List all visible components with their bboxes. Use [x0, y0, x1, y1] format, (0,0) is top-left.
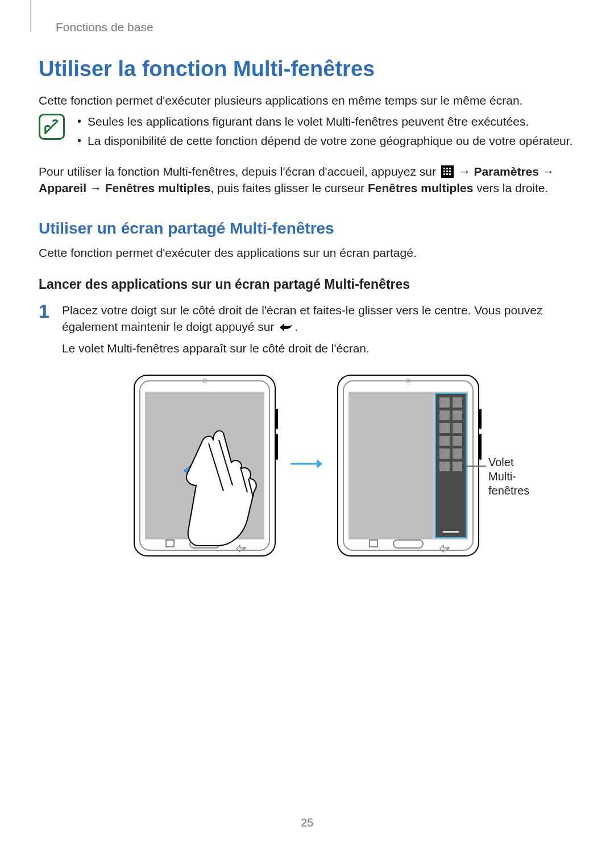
page-title: Utiliser la fonction Multi-fenêtres: [39, 55, 574, 84]
multiwindow-tray: [435, 393, 467, 538]
bold-text: Paramètres: [474, 165, 539, 178]
note-block: Seules les applications figurant dans le…: [39, 114, 574, 153]
arrow-right-icon: [289, 457, 323, 475]
section-header: Fonctions de base: [56, 19, 154, 35]
note-icon-wrap: [39, 114, 65, 140]
note-item: Seules les applications figurant dans le…: [75, 114, 572, 130]
note-icon: [39, 114, 65, 140]
step-text: Placez votre doigt sur le côté droit de …: [62, 302, 574, 335]
text: vers la droite.: [473, 181, 548, 194]
instruction-paragraph: Pour utiliser la fonction Multi-fenêtres…: [39, 164, 574, 196]
device-right: Volet Multi-fenêtres: [337, 375, 479, 556]
note-item: La disponibilité de cette fonction dépen…: [75, 133, 572, 149]
bold-text: Fenêtres multiples: [105, 181, 211, 194]
text: Pour utiliser la fonction Multi-fenêtres…: [39, 165, 439, 178]
arrow-text: →: [90, 181, 105, 194]
note-list: Seules les applications figurant dans le…: [75, 114, 572, 153]
figure: Volet Multi-fenêtres: [39, 375, 574, 556]
page-content: Utiliser la fonction Multi-fenêtres Cett…: [39, 55, 574, 556]
step-number: 1: [39, 301, 49, 321]
arrow-text: →: [542, 165, 554, 178]
bold-text: Appareil: [39, 181, 86, 194]
arrow-text: →: [459, 165, 474, 178]
subheading: Utiliser un écran partagé Multi-fenêtres: [39, 218, 574, 239]
text: Multi-fenêtres: [488, 470, 529, 497]
text: Volet: [488, 456, 513, 468]
text: .: [294, 320, 298, 333]
callout-label: Volet Multi-fenêtres: [488, 455, 529, 498]
step-text: Le volet Multi-fenêtres apparaît sur le …: [62, 340, 574, 356]
hand-gesture-icon: [179, 423, 264, 548]
intro-paragraph: Cette fonction permet d'exécuter plusieu…: [39, 93, 574, 109]
left-rule: [30, 0, 31, 32]
page-number: 25: [0, 815, 614, 830]
callout-line: [467, 466, 486, 467]
step-body: Placez votre doigt sur le côté droit de …: [62, 302, 574, 362]
device-left: [134, 375, 276, 556]
subheading-desc: Cette fonction permet d'exécuter des app…: [39, 245, 574, 261]
bold-text: Fenêtres multiples: [368, 181, 474, 194]
back-icon: [279, 321, 293, 331]
apps-grid-icon: [441, 165, 454, 178]
step-1: 1 Placez votre doigt sur le côté droit d…: [39, 302, 574, 362]
text: Placez votre doigt sur le côté droit de …: [62, 304, 543, 333]
subheading-2: Lancer des applications sur un écran par…: [39, 276, 574, 293]
text: , puis faites glisser le curseur: [210, 181, 368, 194]
